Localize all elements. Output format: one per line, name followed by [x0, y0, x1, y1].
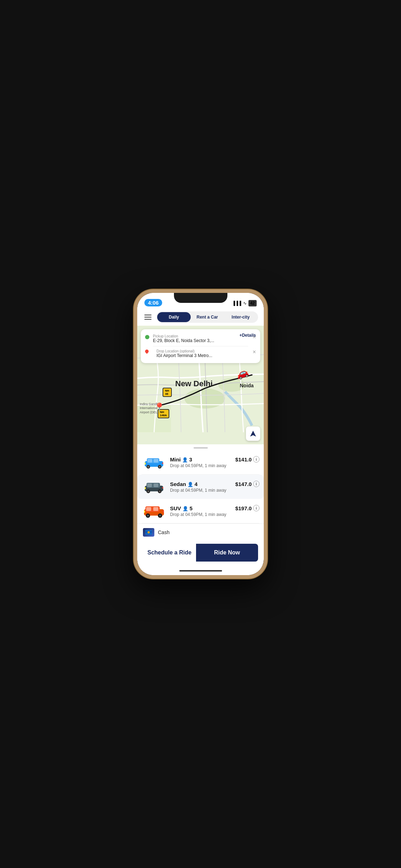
mini-info-button[interactable]: i — [253, 456, 259, 463]
sedan-price: $147.0 i — [235, 481, 259, 487]
map-background: Loni New Delhi Noida Indira GandhiIntern… — [137, 326, 264, 444]
phone-frame: 4:06 ▐▐▐ ∿ 42 Daily Rent a Car Inter-cit… — [134, 289, 267, 579]
drop-row[interactable]: Drop Location (optional) IGI Airport Ter… — [145, 348, 256, 360]
ride-list: Mini 👤 3 $141.0 i Drop at 04:59PM, 1 min… — [137, 450, 264, 523]
drop-clear-button[interactable]: × — [253, 349, 256, 355]
map-label-noida: Noida — [240, 383, 254, 388]
svg-rect-7 — [154, 459, 158, 463]
sedan-car-svg — [142, 479, 166, 494]
sedan-capacity-icon: 👤 — [187, 482, 195, 487]
sedan-title-row: Sedan 👤 4 $147.0 i — [170, 481, 259, 487]
battery-icon: 42 — [248, 300, 257, 306]
navigate-button[interactable] — [246, 427, 260, 441]
tab-intercity[interactable]: Inter-city — [224, 312, 257, 322]
mini-subtitle: Drop at 04:59PM, 1 min away — [170, 463, 259, 468]
svg-rect-16 — [147, 484, 152, 487]
tab-daily[interactable]: Daily — [157, 312, 191, 322]
pickup-text: Pickup Location E-29, Block E, Noida Sec… — [153, 334, 249, 343]
drop-value: IGI Airport Terminal 3 Metro... — [156, 353, 249, 358]
notch — [174, 293, 227, 303]
suv-subtitle: Drop at 04:59PM, 1 min away — [170, 512, 259, 517]
suv-info: SUV 👤 5 $197.0 i Drop at 04:59PM, 1 min … — [170, 505, 259, 517]
svg-point-9 — [147, 466, 149, 468]
location-overlay: +Details Pickup Location E-29, Block E, … — [141, 329, 260, 363]
suv-car-image — [142, 503, 166, 519]
svg-point-29 — [147, 515, 149, 517]
mini-car-image — [142, 454, 166, 470]
destination-pin: 📍 — [154, 402, 165, 413]
sedan-capacity: 4 — [195, 481, 197, 487]
mini-name: Mini 👤 3 — [170, 456, 192, 463]
svg-rect-6 — [148, 459, 152, 463]
drag-pill — [194, 447, 208, 449]
hamburger-menu[interactable] — [143, 313, 153, 321]
tab-rent-a-car[interactable]: Rent a Car — [191, 312, 224, 322]
sedan-name: Sedan 👤 4 — [170, 481, 197, 487]
payment-row[interactable]: Cash — [137, 523, 264, 541]
sedan-info: Sedan 👤 4 $147.0 i Drop at 04:59PM, 1 mi… — [170, 481, 259, 493]
ride-item-sedan[interactable]: Sedan 👤 4 $147.0 i Drop at 04:59PM, 1 mi… — [137, 475, 264, 499]
svg-point-37 — [148, 532, 149, 533]
status-icons: ▐▐▐ ∿ 42 — [232, 300, 257, 306]
wifi-icon: ∿ — [243, 301, 247, 306]
svg-rect-23 — [162, 487, 163, 489]
pickup-value: E-29, Block E, Noida Sector 3,... — [153, 338, 249, 343]
svg-rect-12 — [145, 463, 146, 465]
drop-label: Drop Location (optional) — [156, 349, 249, 353]
home-indicator — [179, 570, 222, 572]
signal-icon: ▐▐▐ — [232, 301, 241, 306]
tab-group: Daily Rent a Car Inter-city — [156, 311, 258, 323]
suv-title-row: SUV 👤 5 $197.0 i — [170, 505, 259, 511]
mini-info: Mini 👤 3 $141.0 i Drop at 04:59PM, 1 min… — [170, 456, 259, 468]
location-divider — [153, 346, 248, 346]
home-bar — [137, 567, 264, 575]
payment-icon — [143, 528, 154, 537]
mini-title-row: Mini 👤 3 $141.0 i — [170, 456, 259, 463]
drag-handle — [137, 444, 264, 450]
payment-label: Cash — [158, 529, 170, 535]
suv-car-svg — [142, 503, 166, 518]
suv-price: $197.0 i — [235, 505, 259, 511]
mini-car-svg — [142, 455, 166, 470]
svg-rect-13 — [162, 463, 163, 464]
svg-rect-26 — [146, 507, 151, 511]
mini-price: $141.0 i — [235, 456, 259, 463]
cash-icon-svg — [145, 530, 152, 535]
sedan-info-button[interactable]: i — [253, 481, 259, 487]
svg-rect-22 — [145, 487, 146, 489]
svg-rect-32 — [144, 511, 145, 513]
ride-item-mini[interactable]: Mini 👤 3 $141.0 i Drop at 04:59PM, 1 min… — [142, 450, 259, 475]
details-button[interactable]: +Details — [240, 333, 256, 338]
phone-screen: 4:06 ▐▐▐ ∿ 42 Daily Rent a Car Inter-cit… — [137, 293, 264, 575]
svg-point-31 — [159, 515, 161, 517]
svg-rect-33 — [163, 511, 164, 512]
svg-rect-17 — [154, 484, 158, 487]
svg-point-21 — [159, 490, 161, 492]
suv-capacity: 5 — [190, 505, 192, 511]
suv-name: SUV 👤 5 — [170, 505, 192, 511]
svg-rect-27 — [153, 507, 158, 511]
pickup-dot — [145, 335, 149, 339]
drop-text: Drop Location (optional) IGI Airport Ter… — [156, 349, 249, 358]
svg-point-1 — [185, 388, 225, 409]
schedule-ride-button[interactable]: Schedule a Ride — [143, 544, 196, 562]
status-time: 4:06 — [144, 299, 162, 306]
ride-item-suv[interactable]: SUV 👤 5 $197.0 i Drop at 04:59PM, 1 min … — [142, 499, 259, 523]
nh48-badge: NH48 — [163, 388, 172, 397]
svg-point-11 — [159, 466, 161, 468]
suv-info-button[interactable]: i — [253, 505, 259, 511]
mini-capacity: 3 — [189, 456, 192, 463]
pickup-label: Pickup Location — [153, 334, 249, 338]
nav-bar: Daily Rent a Car Inter-city — [137, 309, 264, 326]
suv-capacity-icon: 👤 — [182, 506, 190, 511]
map-area[interactable]: Loni New Delhi Noida Indira GandhiIntern… — [137, 326, 264, 444]
ride-now-button[interactable]: Ride Now — [196, 544, 258, 562]
bottom-panel: Mini 👤 3 $141.0 i Drop at 04:59PM, 1 min… — [137, 444, 264, 575]
svg-point-19 — [147, 490, 149, 492]
mini-capacity-icon: 👤 — [182, 457, 189, 463]
sedan-subtitle: Drop at 04:59PM, 1 min away — [170, 488, 259, 493]
action-buttons: Schedule a Ride Ride Now — [137, 541, 264, 567]
sedan-car-image — [142, 479, 166, 495]
